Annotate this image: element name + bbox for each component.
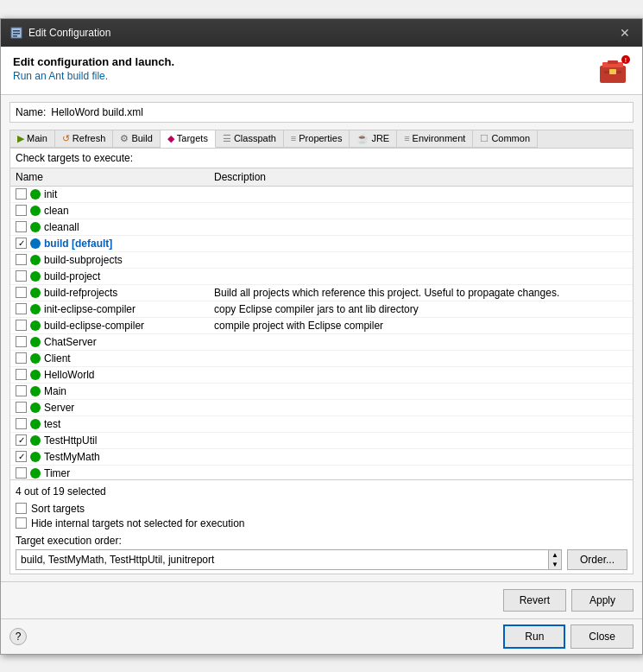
target-checkbox[interactable] [16, 402, 27, 413]
table-row[interactable]: init-eclipse-compilercopy Eclipse compil… [10, 301, 633, 317]
target-name: build-eclipse-compiler [44, 320, 144, 332]
targets-table: Name Description initcleancleanall✓build… [10, 168, 633, 479]
target-checkbox[interactable] [16, 188, 27, 200]
target-checkbox[interactable]: ✓ [16, 238, 27, 249]
target-checkbox[interactable] [16, 336, 27, 347]
sort-targets-checkbox[interactable] [16, 503, 27, 514]
hide-internal-label: Hide internal targets not selected for e… [31, 517, 244, 529]
table-row[interactable]: cleanall [10, 219, 633, 235]
properties-tab-icon: ≡ [291, 133, 296, 143]
name-label: Name: [16, 106, 46, 118]
target-dot [30, 353, 41, 364]
scroll-up-arrow[interactable]: ▲ [549, 550, 561, 560]
svg-rect-1 [13, 30, 20, 32]
footer-close-button[interactable]: Close [571, 624, 634, 649]
target-checkbox[interactable] [16, 369, 27, 380]
table-row[interactable]: build-eclipse-compilercompile project wi… [10, 317, 633, 333]
target-checkbox[interactable] [16, 270, 27, 282]
apply-button[interactable]: Apply [571, 589, 634, 612]
target-name: build-subprojects [44, 254, 123, 266]
footer-row: ? Run Close [1, 618, 642, 654]
target-name: ChatServer [44, 336, 97, 348]
summary-row: 4 out of 19 selected [10, 479, 633, 501]
execution-order-input[interactable] [16, 550, 548, 569]
svg-rect-3 [13, 35, 17, 37]
sort-targets-option[interactable]: Sort targets [16, 503, 627, 515]
target-dot [30, 386, 41, 396]
classpath-tab-icon: ☰ [223, 133, 231, 144]
target-name: HelloWorld [44, 369, 94, 381]
target-checkbox[interactable] [16, 352, 27, 364]
target-checkbox[interactable] [16, 385, 27, 396]
main-tab-label: Main [27, 133, 47, 143]
table-row[interactable]: Main [10, 383, 633, 399]
properties-tab-label: Properties [299, 133, 342, 143]
summary-text: 4 out of 19 selected [16, 485, 106, 498]
col-header-name: Name [10, 168, 209, 187]
execution-order-label: Target execution order: [16, 535, 627, 547]
svg-rect-6 [608, 60, 618, 64]
header-section: Edit configuration and launch. Run an An… [1, 47, 642, 95]
targets-table-container[interactable]: Name Description initcleancleanall✓build… [10, 168, 633, 479]
target-checkbox[interactable] [16, 221, 27, 232]
table-row[interactable]: test [10, 415, 633, 432]
tab-environment[interactable]: ≡ Environment [397, 130, 473, 148]
table-row[interactable]: clean [10, 202, 633, 219]
tab-build[interactable]: ⚙ Build [113, 130, 160, 148]
target-name: test [44, 418, 60, 430]
main-tab-icon: ▶ [17, 133, 24, 144]
target-name: Timer [44, 467, 70, 479]
common-tab-label: Common [491, 133, 530, 143]
target-name: Main [44, 385, 66, 397]
target-checkbox[interactable] [16, 303, 27, 314]
tab-main[interactable]: ▶ Main [10, 130, 55, 148]
target-checkbox[interactable] [16, 467, 27, 479]
tab-jre[interactable]: ☕ JRE [350, 130, 397, 148]
table-row[interactable]: init [10, 186, 633, 202]
close-button[interactable]: ✕ [616, 24, 634, 41]
targets-tbody: initcleancleanall✓build [default]build-s… [10, 186, 633, 479]
target-dot [30, 304, 41, 314]
target-checkbox[interactable] [16, 320, 27, 331]
tab-properties[interactable]: ≡ Properties [284, 130, 350, 148]
target-description [209, 251, 633, 268]
target-checkbox[interactable] [16, 418, 27, 429]
revert-button[interactable]: Revert [503, 589, 566, 612]
target-description [209, 350, 633, 366]
table-row[interactable]: Timer [10, 465, 633, 479]
target-checkbox[interactable] [16, 205, 27, 216]
target-description [209, 186, 633, 202]
table-row[interactable]: ✓build [default] [10, 235, 633, 251]
tab-common[interactable]: ☐ Common [473, 130, 538, 148]
tab-targets[interactable]: ◆ Targets [161, 130, 216, 148]
scroll-down-arrow[interactable]: ▼ [549, 560, 561, 569]
target-checkbox[interactable] [16, 287, 27, 298]
toolbox-icon: ! [596, 55, 630, 86]
target-description [209, 202, 633, 219]
table-row[interactable]: build-refprojectsBuild all projects whic… [10, 284, 633, 301]
hide-internal-checkbox[interactable] [16, 517, 27, 529]
run-button[interactable]: Run [503, 624, 565, 649]
order-button[interactable]: Order... [567, 549, 627, 570]
hide-internal-option[interactable]: Hide internal targets not selected for e… [16, 517, 627, 529]
refresh-tab-icon: ↺ [62, 133, 70, 144]
target-checkbox[interactable]: ✓ [16, 434, 27, 446]
table-row[interactable]: build-subprojects [10, 251, 633, 268]
table-row[interactable]: Client [10, 350, 633, 366]
table-row[interactable]: ✓TestHttpUtil [10, 432, 633, 448]
help-button[interactable]: ? [9, 628, 27, 645]
target-checkbox[interactable] [16, 254, 27, 265]
target-name: init-eclipse-compiler [44, 303, 136, 315]
tab-refresh[interactable]: ↺ Refresh [55, 130, 114, 148]
table-row[interactable]: Server [10, 399, 633, 415]
target-name: clean [44, 205, 69, 217]
target-description [209, 415, 633, 432]
tab-classpath[interactable]: ☰ Classpath [216, 130, 284, 148]
target-checkbox[interactable]: ✓ [16, 451, 27, 462]
svg-rect-2 [13, 33, 20, 35]
table-row[interactable]: ChatServer [10, 333, 633, 350]
table-row[interactable]: ✓TestMyMath [10, 448, 633, 465]
table-row[interactable]: build-project [10, 268, 633, 284]
edit-configuration-dialog: Edit Configuration ✕ Edit configuration … [0, 18, 643, 655]
table-row[interactable]: HelloWorld [10, 366, 633, 383]
